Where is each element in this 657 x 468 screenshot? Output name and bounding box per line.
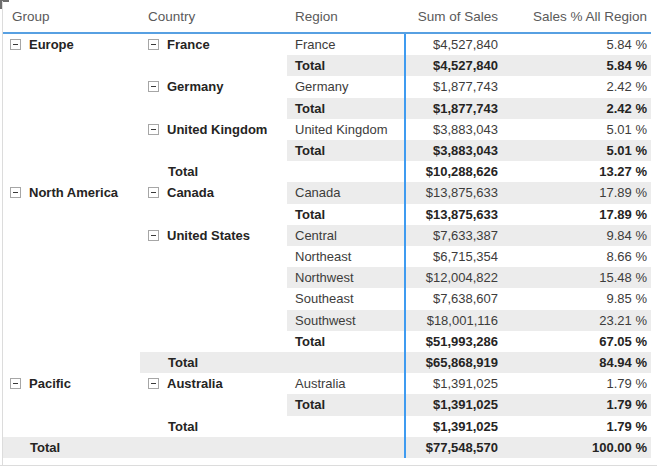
cell-sales[interactable]: $13,875,633: [405, 182, 505, 203]
cell-label: North America: [29, 185, 118, 200]
collapse-icon[interactable]: [148, 378, 159, 389]
cell-pct[interactable]: 1.79 %: [505, 373, 651, 394]
collapse-icon[interactable]: [10, 378, 21, 389]
cell-pct[interactable]: 13.27 %: [505, 161, 651, 182]
cell-sales[interactable]: $3,883,043: [405, 119, 505, 140]
cell-sales[interactable]: $77,548,570: [405, 437, 505, 458]
cell-country[interactable]: Australia: [140, 373, 287, 415]
column-header-country[interactable]: Country: [140, 0, 287, 33]
cell-country[interactable]: Germany: [140, 76, 287, 118]
cell-pct[interactable]: 5.84 %: [505, 33, 651, 55]
cell-region[interactable]: Canada: [287, 182, 405, 203]
cell-pct[interactable]: 1.79 %: [505, 416, 651, 437]
cell-pct[interactable]: 8.66 %: [505, 246, 651, 267]
collapse-icon[interactable]: [148, 187, 159, 198]
cell-region[interactable]: Northeast: [287, 246, 405, 267]
cell-region[interactable]: France: [287, 33, 405, 55]
cell-country[interactable]: United States: [140, 225, 287, 352]
cell-region[interactable]: Total: [287, 204, 405, 225]
cell-sales[interactable]: $1,391,025: [405, 394, 505, 415]
cell-pct[interactable]: 23.21 %: [505, 310, 651, 331]
cell-pct[interactable]: 1.79 %: [505, 394, 651, 415]
cell-label: Pacific: [29, 376, 71, 391]
cell-country[interactable]: United Kingdom: [140, 119, 287, 161]
cell-pct[interactable]: 67.05 %: [505, 331, 651, 352]
cell-region[interactable]: Total: [287, 55, 405, 76]
cell-pct[interactable]: 100.00 %: [505, 437, 651, 458]
cell-sales[interactable]: $4,527,840: [405, 33, 505, 55]
collapse-icon[interactable]: [148, 39, 159, 50]
cell-sales[interactable]: $4,527,840: [405, 55, 505, 76]
cell-pct[interactable]: 15.48 %: [505, 267, 651, 288]
cell-pct[interactable]: 17.89 %: [505, 182, 651, 203]
cell-sales[interactable]: $7,633,387: [405, 225, 505, 246]
table-row: Total$77,548,570100.00 %: [3, 437, 651, 458]
cell-country[interactable]: Total: [140, 416, 405, 437]
cell-label: United States: [167, 228, 250, 243]
cell-region[interactable]: Central: [287, 225, 405, 246]
cell-pct[interactable]: 5.84 %: [505, 55, 651, 76]
cell-group[interactable]: Pacific: [3, 373, 140, 437]
cell-label: Germany: [167, 79, 223, 94]
cell-label: United Kingdom: [167, 122, 267, 137]
cell-pct[interactable]: 2.42 %: [505, 76, 651, 97]
cell-pct[interactable]: 84.94 %: [505, 352, 651, 373]
cell-region[interactable]: United Kingdom: [287, 119, 405, 140]
cell-country[interactable]: Total: [140, 352, 405, 373]
column-header-group[interactable]: Group: [3, 0, 140, 33]
cell-region[interactable]: Total: [287, 331, 405, 352]
cell-sales[interactable]: $7,638,607: [405, 288, 505, 309]
cell-sales[interactable]: $6,715,354: [405, 246, 505, 267]
cell-pct[interactable]: 5.01 %: [505, 119, 651, 140]
collapse-icon[interactable]: [10, 39, 21, 50]
cell-pct[interactable]: 2.42 %: [505, 98, 651, 119]
cell-country[interactable]: France: [140, 33, 287, 76]
cell-group[interactable]: North America: [3, 182, 140, 373]
collapse-icon[interactable]: [148, 124, 159, 135]
cell-sales[interactable]: $10,288,626: [405, 161, 505, 182]
matrix-header-row: GroupCountryRegionSum of SalesSales % Al…: [3, 0, 651, 33]
cell-sales[interactable]: $1,877,743: [405, 98, 505, 119]
cell-sales[interactable]: $13,875,633: [405, 204, 505, 225]
cell-region[interactable]: Germany: [287, 76, 405, 97]
table-row: PacificAustraliaAustralia$1,391,0251.79 …: [3, 373, 651, 394]
table-row: EuropeFranceFrance$4,527,8405.84 %: [3, 33, 651, 55]
cell-region[interactable]: Australia: [287, 373, 405, 394]
matrix-table: GroupCountryRegionSum of SalesSales % Al…: [3, 0, 651, 458]
cell-pct[interactable]: 5.01 %: [505, 140, 651, 161]
cell-sales[interactable]: $3,883,043: [405, 140, 505, 161]
cell-pct[interactable]: 9.84 %: [505, 225, 651, 246]
cell-label: Europe: [29, 37, 74, 52]
cell-group[interactable]: Total: [3, 437, 405, 458]
cell-country[interactable]: Canada: [140, 182, 287, 224]
visual-bottom-border: [0, 465, 657, 466]
column-header-region[interactable]: Region: [287, 0, 405, 33]
matrix-visual: GroupCountryRegionSum of SalesSales % Al…: [0, 0, 657, 468]
cell-group[interactable]: Europe: [3, 33, 140, 182]
collapse-icon[interactable]: [148, 230, 159, 241]
column-header-sales[interactable]: Sum of Sales: [405, 0, 505, 33]
cell-region[interactable]: Northwest: [287, 267, 405, 288]
collapse-icon[interactable]: [148, 81, 159, 92]
cell-region[interactable]: Total: [287, 98, 405, 119]
cell-sales[interactable]: $51,993,286: [405, 331, 505, 352]
cell-sales[interactable]: $12,004,822: [405, 267, 505, 288]
cell-region[interactable]: Southeast: [287, 288, 405, 309]
cell-pct[interactable]: 17.89 %: [505, 204, 651, 225]
cell-sales[interactable]: $1,877,743: [405, 76, 505, 97]
cell-sales[interactable]: $18,001,116: [405, 310, 505, 331]
cell-country[interactable]: Total: [140, 161, 405, 182]
table-row: North AmericaCanadaCanada$13,875,63317.8…: [3, 182, 651, 203]
cell-sales[interactable]: $1,391,025: [405, 373, 505, 394]
cell-sales[interactable]: $65,868,919: [405, 352, 505, 373]
cell-region[interactable]: Total: [287, 140, 405, 161]
visual-left-border: [2, 1, 3, 465]
cell-region[interactable]: Total: [287, 394, 405, 415]
cell-pct[interactable]: 9.85 %: [505, 288, 651, 309]
cell-label: France: [167, 37, 210, 52]
cell-region[interactable]: Southwest: [287, 310, 405, 331]
matrix-body: EuropeFranceFrance$4,527,8405.84 %Total$…: [3, 33, 651, 458]
column-header-pct[interactable]: Sales % All Region: [505, 0, 651, 33]
cell-sales[interactable]: $1,391,025: [405, 416, 505, 437]
collapse-icon[interactable]: [10, 187, 21, 198]
